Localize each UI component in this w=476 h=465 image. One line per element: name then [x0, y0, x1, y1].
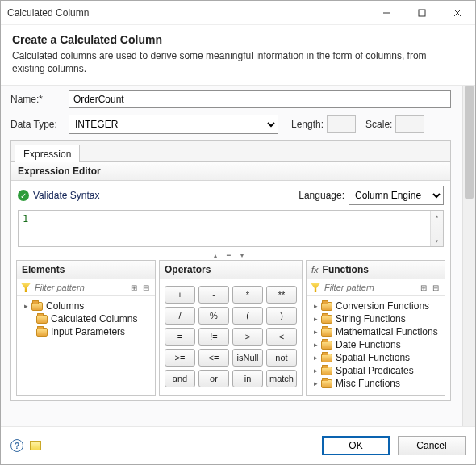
tree-item[interactable]: ▸Spatial Functions	[310, 351, 441, 364]
operator--button[interactable]: >=	[165, 349, 195, 367]
window-title: Calculated Column	[7, 7, 369, 19]
functions-tree-controls[interactable]: ⊞ ⊟	[420, 283, 441, 292]
ok-button[interactable]: OK	[322, 436, 390, 455]
functions-tree: ▸Conversion Functions▸String Functions▸M…	[307, 296, 445, 395]
close-button[interactable]	[440, 1, 475, 25]
tree-item-calculated-columns[interactable]: Calculated Columns	[20, 312, 152, 325]
expand-icon: ▸	[311, 341, 319, 349]
operator--button[interactable]: =	[165, 328, 195, 346]
operator--button[interactable]: >	[232, 328, 263, 346]
operators-title: Operators	[160, 261, 302, 279]
name-input[interactable]	[69, 90, 451, 108]
elements-filter-input[interactable]	[33, 282, 131, 293]
elements-title: Elements	[17, 261, 155, 279]
folder-icon	[321, 302, 332, 311]
operator--button[interactable]: *	[232, 286, 263, 304]
functions-filter-row: ⊞ ⊟	[307, 279, 445, 296]
tree-item[interactable]: ▸Conversion Functions	[310, 300, 441, 312]
operator--button[interactable]: /	[165, 307, 195, 325]
tab-strip: Expression	[11, 141, 450, 162]
horizontal-splitter[interactable]: ▴ ━ ▾	[11, 252, 450, 260]
operator-match-button[interactable]: match	[266, 370, 297, 388]
scale-label: Scale:	[365, 119, 392, 130]
datatype-row: Data Type: INTEGER Length: Scale:	[10, 115, 451, 134]
tree-item[interactable]: ▸Spatial Predicates	[310, 364, 441, 377]
operator-or-button[interactable]: or	[198, 370, 229, 388]
datatype-select[interactable]: INTEGER	[69, 115, 278, 134]
minimize-button[interactable]	[369, 1, 404, 25]
language-select[interactable]: Column Engine	[349, 186, 444, 205]
datatype-label: Data Type:	[10, 119, 69, 130]
funnel-icon	[311, 283, 320, 292]
footer: ? OK Cancel	[1, 427, 475, 464]
tree-item-input-parameters[interactable]: Input Parameters	[20, 325, 152, 338]
length-label: Length:	[291, 119, 324, 130]
expand-icon: ▸	[311, 367, 319, 375]
operator--button[interactable]: -	[198, 286, 229, 304]
name-row: Name:*	[10, 90, 451, 108]
dialog-body: Name:* Data Type: INTEGER Length: Scale:…	[1, 85, 475, 427]
operator--button[interactable]: !=	[198, 328, 229, 346]
tab-expression[interactable]: Expression	[15, 145, 80, 162]
folder-icon	[36, 315, 48, 324]
expand-icon: ▸	[311, 315, 319, 323]
expression-text: 1	[23, 213, 28, 224]
validate-syntax-link[interactable]: Validate Syntax	[33, 190, 100, 201]
tree-item[interactable]: ▸Mathematical Functions	[310, 325, 441, 338]
page-description: Calculated columns are used to derive so…	[12, 49, 432, 75]
folder-icon	[31, 302, 43, 311]
triple-pane: Elements ⊞ ⊟ ▸Columns Calculated Columns…	[11, 260, 450, 400]
operator-and-button[interactable]: and	[165, 370, 195, 388]
svg-rect-1	[419, 10, 425, 16]
notes-icon[interactable]	[30, 441, 41, 450]
tree-item[interactable]: ▸Date Functions	[310, 338, 441, 351]
titlebar: Calculated Column	[1, 1, 475, 25]
expand-icon: ▸	[311, 379, 319, 388]
functions-filter-input[interactable]	[323, 282, 420, 293]
header: Create a Calculated Column Calculated co…	[1, 25, 475, 85]
operator-in-button[interactable]: in	[232, 370, 263, 388]
folder-icon	[321, 367, 332, 375]
elements-tree-controls[interactable]: ⊞ ⊟	[131, 283, 151, 292]
folder-icon	[321, 379, 332, 388]
expand-icon: ▸	[311, 328, 319, 336]
expression-panel: Expression Expression Editor ✓ Validate …	[10, 140, 451, 401]
name-label: Name:*	[10, 94, 69, 105]
body-scrollbar[interactable]	[462, 86, 475, 426]
maximize-button[interactable]	[404, 1, 440, 25]
editor-toolbar: ✓ Validate Syntax Language: Column Engin…	[11, 181, 450, 252]
operator--button[interactable]: +	[165, 286, 195, 304]
language-label: Language:	[299, 190, 344, 201]
functions-pane: fxFunctions ⊞ ⊟ ▸Conversion Functions▸St…	[306, 260, 445, 396]
check-icon: ✓	[18, 190, 29, 201]
tree-item-columns[interactable]: ▸Columns	[20, 300, 152, 312]
operator--button[interactable]: <=	[198, 349, 229, 367]
operator--button[interactable]: (	[232, 307, 263, 325]
folder-icon	[321, 341, 332, 350]
tree-item[interactable]: ▸String Functions	[310, 312, 441, 325]
operator-not-button[interactable]: not	[266, 349, 297, 367]
expression-editor[interactable]: 1 ▴▾	[18, 210, 444, 247]
editor-scrollbar[interactable]: ▴▾	[430, 211, 443, 246]
folder-icon	[36, 328, 48, 337]
length-input[interactable]	[327, 115, 356, 133]
fx-icon: fx	[311, 265, 319, 274]
editor-title: Expression Editor	[11, 162, 450, 181]
operator-isNull-button[interactable]: isNull	[232, 349, 263, 367]
elements-pane: Elements ⊞ ⊟ ▸Columns Calculated Columns…	[16, 260, 156, 396]
operator--button[interactable]: <	[266, 328, 297, 346]
folder-icon	[321, 328, 332, 337]
operator--button[interactable]: )	[266, 307, 297, 325]
elements-filter-row: ⊞ ⊟	[17, 279, 155, 296]
folder-icon	[321, 315, 332, 324]
operator--button[interactable]: **	[266, 286, 297, 304]
cancel-button[interactable]: Cancel	[398, 436, 466, 455]
folder-icon	[321, 354, 332, 362]
scale-input[interactable]	[395, 115, 424, 133]
tree-item[interactable]: ▸Misc Functions	[310, 377, 441, 390]
help-icon[interactable]: ?	[10, 439, 23, 452]
operators-pane: Operators +-***/%()=!=><>=<=isNullnotand…	[159, 260, 303, 396]
window-controls	[369, 1, 475, 25]
page-title: Create a Calculated Column	[12, 33, 464, 46]
operator--button[interactable]: %	[198, 307, 229, 325]
